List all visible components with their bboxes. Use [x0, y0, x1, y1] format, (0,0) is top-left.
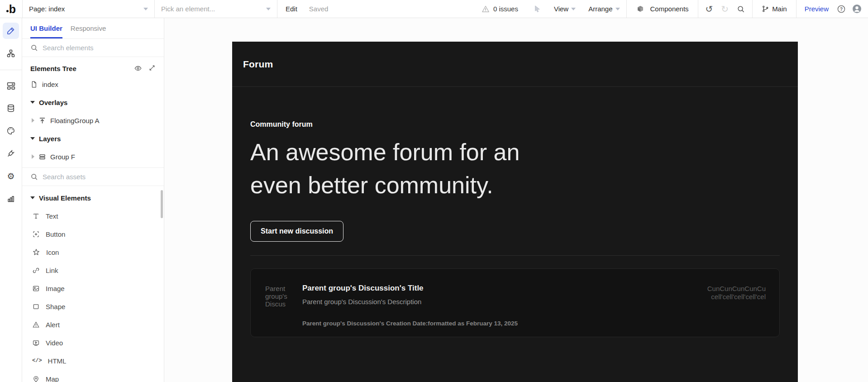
start-discussion-button[interactable]: Start new discussion: [250, 221, 343, 242]
overlays-section-label: Overlays: [39, 99, 67, 106]
document-icon: [30, 81, 38, 88]
search-icon[interactable]: [737, 5, 745, 13]
star-icon: [32, 248, 40, 256]
sitemap-icon: [6, 49, 15, 58]
group-icon: [38, 153, 46, 161]
forum-app-header[interactable]: Forum: [232, 42, 798, 87]
user-avatar-icon[interactable]: [852, 4, 862, 14]
discussion-description[interactable]: Parent group's Discussion's Description: [302, 298, 518, 306]
tab-responsive[interactable]: Responsive: [71, 18, 106, 38]
hero-eyebrow[interactable]: Community forum: [250, 120, 780, 129]
git-branch-icon: [762, 5, 769, 13]
expand-icon[interactable]: [148, 64, 156, 72]
link-icon: [32, 267, 40, 274]
cursor-pointer-icon[interactable]: [533, 5, 541, 13]
budibase-logo-icon: b: [6, 4, 16, 14]
visual-elements-title: Visual Elements: [39, 194, 91, 202]
chevron-expanded-icon: [30, 101, 35, 104]
text-icon: [32, 212, 40, 220]
component-item-button[interactable]: Button: [22, 225, 164, 243]
search-elements-input[interactable]: [43, 44, 142, 52]
tab-ui-builder[interactable]: UI Builder: [30, 18, 62, 38]
component-label: Button: [46, 230, 65, 238]
edit-mode-label[interactable]: Edit: [286, 5, 297, 13]
discussion-card[interactable]: Parent group's Discus Parent group's Dis…: [250, 268, 780, 337]
rail-theme-button[interactable]: [3, 123, 19, 139]
tree-item-index-label: index: [42, 81, 58, 88]
redo-icon[interactable]: ↻: [721, 5, 729, 14]
components-button[interactable]: Components: [627, 0, 698, 18]
design-canvas[interactable]: Forum Community forum An awesome forum f…: [164, 18, 868, 382]
component-item-html[interactable]: </> HTML: [22, 352, 164, 370]
component-item-alert[interactable]: Alert: [22, 315, 164, 334]
components-label: Components: [650, 5, 689, 13]
component-item-link[interactable]: Link: [22, 261, 164, 279]
rail-analytics-button[interactable]: [3, 191, 19, 207]
tree-item-index[interactable]: index: [22, 75, 164, 93]
chevron-expanded-icon: [30, 196, 35, 199]
map-pin-icon: [32, 375, 40, 382]
page-selector-label: Page: index: [29, 5, 65, 13]
rail-data-button[interactable]: [3, 100, 19, 116]
element-picker[interactable]: Pick an element...: [155, 0, 277, 18]
discussion-thumb-placeholder: Parent group's Discus: [265, 285, 294, 315]
component-item-video[interactable]: Video: [22, 334, 164, 352]
branch-selector[interactable]: Main: [753, 0, 796, 18]
undo-icon[interactable]: ↺: [706, 5, 713, 14]
component-item-shape[interactable]: Shape: [22, 297, 164, 315]
rail-design-button[interactable]: [3, 23, 19, 39]
warning-triangle-icon: [482, 5, 490, 13]
chevron-collapsed-icon: [32, 118, 34, 123]
hero-heading-line1: An awesome forum for an: [250, 136, 780, 169]
forum-hero-section[interactable]: Community forum An awesome forum for an …: [232, 87, 798, 256]
panel-scrollbar[interactable]: [161, 190, 163, 218]
forum-app-title[interactable]: Forum: [243, 59, 273, 70]
meta-right-line1: CunCunCunCunCu: [707, 285, 766, 293]
page-selector[interactable]: Page: index: [23, 0, 154, 18]
code-icon: </>: [32, 358, 42, 364]
tree-item-group-f[interactable]: Group F: [22, 148, 164, 166]
component-item-text[interactable]: Text: [22, 207, 164, 225]
database-icon: [6, 104, 15, 113]
app-logo[interactable]: b: [0, 0, 22, 18]
image-icon: [32, 285, 40, 292]
component-item-image[interactable]: Image: [22, 279, 164, 297]
component-label: Map: [46, 375, 59, 382]
rail-structure-button[interactable]: [3, 45, 19, 62]
arrange-menu-label: Arrange: [588, 5, 612, 13]
arrange-menu[interactable]: Arrange: [582, 0, 626, 18]
visual-elements-section[interactable]: Visual Elements: [22, 189, 164, 207]
preview-label: Preview: [805, 5, 829, 13]
view-menu[interactable]: View: [548, 0, 582, 18]
issues-count-label: 0 issues: [493, 5, 518, 13]
tree-item-floating-group[interactable]: FloatingGroup A: [22, 111, 164, 129]
component-label: Video: [46, 339, 63, 347]
chevron-expanded-icon: [30, 137, 35, 140]
component-label: Image: [46, 285, 65, 292]
component-label: Icon: [46, 248, 59, 256]
help-icon[interactable]: ?: [837, 5, 846, 14]
component-item-icon[interactable]: Icon: [22, 243, 164, 261]
search-assets-input[interactable]: [43, 173, 142, 181]
search-icon: [30, 44, 38, 52]
rail-screens-button[interactable]: [3, 77, 19, 94]
tree-section-layers[interactable]: Layers: [22, 129, 164, 148]
component-label: HTML: [48, 357, 67, 365]
component-item-map[interactable]: Map: [22, 370, 164, 382]
gear-icon: ⚙: [7, 172, 14, 181]
meta-right-line2: cell'cell'cell'cell'cel: [707, 293, 766, 301]
topbar: b Page: index Pick an element... Edit Sa…: [0, 0, 868, 18]
forum-app-frame[interactable]: Forum Community forum An awesome forum f…: [232, 42, 798, 382]
eye-icon[interactable]: [134, 64, 142, 72]
discussion-title[interactable]: Parent group's Discussion's Title: [302, 284, 518, 293]
rail-settings-button[interactable]: ⚙: [3, 168, 19, 184]
hero-heading[interactable]: An awesome forum for an even better comm…: [250, 136, 780, 202]
preview-button[interactable]: Preview: [796, 0, 837, 18]
elements-tree-title: Elements Tree: [30, 65, 76, 72]
button-icon: [32, 230, 40, 238]
rail-plugins-button[interactable]: [3, 145, 19, 162]
tree-section-overlays[interactable]: Overlays: [22, 93, 164, 111]
issues-indicator[interactable]: 0 issues: [482, 5, 518, 13]
svg-text:?: ?: [840, 6, 843, 11]
discussion-date[interactable]: Parent group's Discussion's Creation Dat…: [302, 320, 518, 327]
